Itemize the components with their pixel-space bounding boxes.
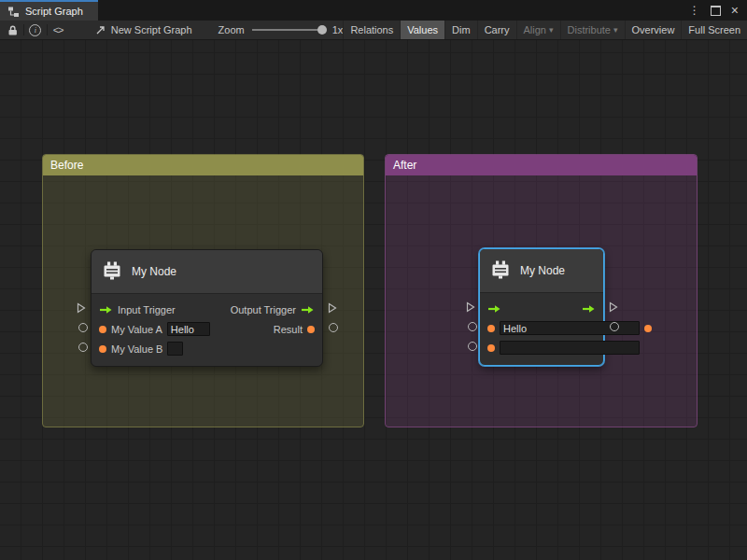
group-after-title: After — [393, 159, 416, 172]
value-b-field[interactable] — [500, 341, 640, 355]
flow-input-port[interactable] — [466, 301, 475, 313]
graph-pointer-icon — [95, 24, 106, 35]
value-a-input-port[interactable] — [78, 323, 88, 332]
node-header[interactable]: My Node — [480, 249, 603, 293]
relations-button[interactable]: Relations — [343, 21, 400, 40]
graph-toolbar: i <> New Script Graph Zoom 1x Relations — [0, 21, 747, 40]
value-b-port-icon[interactable] — [487, 344, 495, 352]
value-a-port-icon[interactable] — [99, 326, 106, 333]
port-row-value-a — [480, 318, 603, 338]
full-screen-button[interactable]: Full Screen — [681, 21, 747, 40]
result-output-port[interactable] — [610, 322, 619, 331]
value-a-label: My Value A — [111, 324, 162, 335]
node-my-node-after[interactable]: My Node — [479, 248, 604, 366]
node-icon — [101, 259, 123, 285]
code-view-button[interactable]: <> — [49, 21, 66, 40]
toolbar-toggle-group: Relations Values Dim Carry Align ▾ Distr… — [343, 21, 747, 40]
result-output-port[interactable] — [329, 323, 338, 332]
script-graph-icon — [7, 6, 20, 18]
flow-out-port-icon[interactable] — [582, 304, 596, 314]
code-icon: <> — [53, 24, 63, 35]
graph-name-label: New Script Graph — [111, 24, 192, 35]
overview-button[interactable]: Overview — [625, 21, 682, 40]
flow-out-label: Output Trigger — [231, 304, 296, 315]
zoom-control: Zoom 1x — [218, 24, 344, 35]
lock-icon — [7, 24, 18, 36]
value-a-field[interactable] — [167, 322, 210, 336]
kebab-menu-icon[interactable]: ⋮ — [689, 5, 700, 16]
flow-input-port[interactable] — [77, 302, 86, 314]
lock-button[interactable] — [4, 21, 21, 40]
info-button[interactable]: i — [26, 21, 44, 40]
graph-name-breadcrumb[interactable]: New Script Graph — [95, 24, 192, 35]
flow-out-port-icon[interactable] — [301, 305, 315, 315]
flow-output-port[interactable] — [609, 301, 618, 313]
tab-bar: Script Graph ⋮ × — [0, 0, 747, 21]
graph-canvas[interactable]: Before After — [0, 40, 747, 560]
port-row-flow — [480, 299, 603, 318]
value-b-port-icon[interactable] — [99, 345, 106, 353]
node-title: My Node — [132, 265, 176, 278]
distribute-dropdown[interactable]: Distribute ▾ — [560, 21, 625, 40]
dim-button[interactable]: Dim — [444, 21, 477, 40]
group-before-header[interactable]: Before — [43, 155, 363, 175]
toolbar-separator — [23, 24, 24, 35]
tab-script-graph[interactable]: Script Graph — [0, 0, 98, 21]
node-body: Input Trigger Output Trigger — [92, 294, 322, 366]
port-row-flow: Input Trigger Output Trigger — [92, 300, 322, 319]
node-body — [480, 293, 603, 365]
chevron-down-icon: ▾ — [549, 25, 554, 35]
zoom-label: Zoom — [218, 24, 245, 35]
toolbar-separator — [47, 24, 48, 35]
result-port-icon[interactable] — [307, 326, 315, 333]
port-row-value-a: My Value A Result — [92, 319, 322, 339]
result-label: Result — [274, 324, 303, 335]
port-row-value-b: My Value B — [92, 339, 322, 358]
node-icon — [489, 259, 512, 284]
info-icon: i — [29, 24, 41, 36]
flow-in-port-icon[interactable] — [99, 305, 113, 315]
value-b-input-port[interactable] — [468, 342, 477, 351]
node-my-node-before[interactable]: My Node Input Trigger Output T — [91, 249, 323, 367]
script-graph-window: Script Graph ⋮ × i <> New Script Grap — [0, 0, 747, 560]
maximize-icon[interactable] — [711, 6, 721, 16]
zoom-slider[interactable] — [252, 25, 325, 35]
carry-button[interactable]: Carry — [477, 21, 516, 40]
zoom-slider-track — [252, 29, 325, 31]
port-row-value-b — [480, 338, 603, 357]
group-after-header[interactable]: After — [386, 155, 697, 175]
result-port-icon[interactable] — [644, 325, 652, 332]
value-a-port-icon[interactable] — [487, 325, 495, 332]
zoom-slider-knob[interactable] — [317, 25, 327, 35]
tab-title: Script Graph — [25, 6, 83, 17]
close-icon[interactable]: × — [731, 4, 739, 17]
node-title: My Node — [520, 264, 565, 277]
node-header[interactable]: My Node — [92, 250, 322, 294]
value-a-input-port[interactable] — [468, 322, 477, 331]
chevron-down-icon: ▾ — [613, 25, 618, 35]
align-dropdown[interactable]: Align ▾ — [516, 21, 560, 40]
group-before-title: Before — [50, 159, 83, 172]
zoom-value: 1x — [332, 24, 344, 35]
value-b-label: My Value B — [111, 343, 162, 355]
flow-in-label: Input Trigger — [118, 304, 176, 315]
value-b-field[interactable] — [167, 342, 183, 356]
value-b-input-port[interactable] — [78, 343, 88, 352]
flow-in-port-icon[interactable] — [487, 304, 501, 314]
window-controls: ⋮ × — [689, 0, 747, 21]
flow-output-port[interactable] — [328, 302, 337, 314]
values-button[interactable]: Values — [400, 21, 444, 40]
